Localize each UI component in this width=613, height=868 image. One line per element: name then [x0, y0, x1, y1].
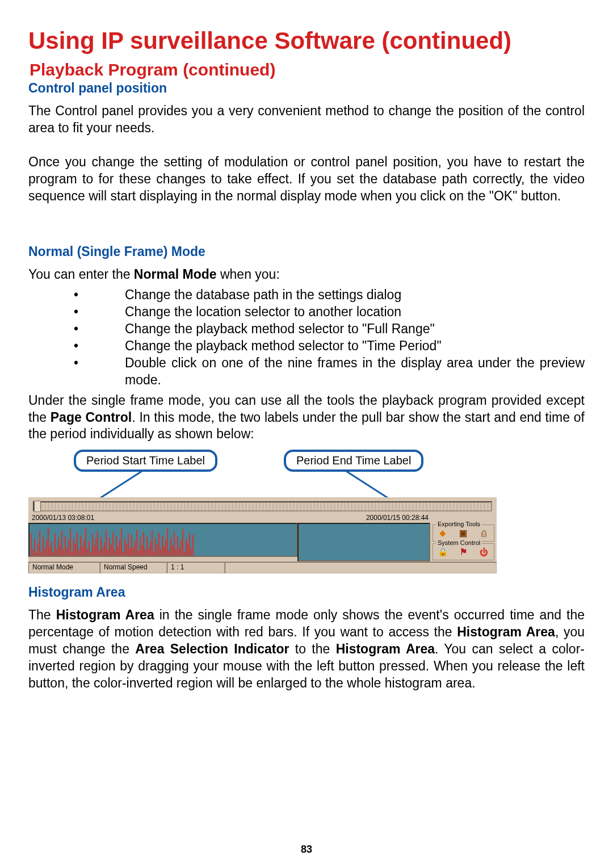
secondary-display	[297, 523, 430, 561]
list-item: Change the location selector to another …	[28, 304, 585, 321]
section-control-panel-position: Control panel position	[28, 81, 585, 96]
camera-icon[interactable]: ▣	[457, 527, 469, 539]
document-page: Using IP surveillance Software (continue…	[0, 0, 613, 868]
printer-icon[interactable]: ⎙	[477, 527, 490, 539]
list-item: Double click on one of the nine frames i…	[28, 355, 585, 389]
period-start-time-label: 2000/01/13 03:08:01	[32, 514, 94, 522]
export-snapshot-icon[interactable]: ◆	[436, 527, 449, 539]
callout-diagram: Period Start Time Label Period End Time …	[28, 448, 585, 579]
paragraph: You can enter the Normal Mode when you:	[28, 266, 585, 283]
paragraph: The Histogram Area in the single frame m…	[28, 607, 585, 691]
status-ratio: 1 : 1	[167, 562, 225, 573]
period-end-time-label: 2000/01/15 00:28:44	[366, 514, 429, 522]
list-item: Change the playback method selector to "…	[28, 321, 585, 338]
list-item: Change the database path in the settings…	[28, 287, 585, 304]
tool-panel: Exporting Tools ◆ ▣ ⎙ System Control 🔒	[430, 523, 497, 561]
bullet-list: Change the database path in the settings…	[28, 287, 585, 388]
playback-bar-screenshot: 2000/01/13 03:08:01 2000/01/15 00:28:44	[28, 497, 497, 573]
page-number: 83	[0, 844, 613, 856]
seek-groove[interactable]	[33, 501, 492, 511]
list-item: Change the playback method selector to "…	[28, 338, 585, 355]
status-bar: Normal Mode Normal Speed 1 : 1	[28, 561, 497, 573]
status-mode: Normal Mode	[28, 562, 100, 573]
paragraph: The Control panel provides you a very co…	[28, 103, 585, 137]
seek-handle[interactable]	[34, 501, 41, 512]
subsection-title: Playback Program (continued)	[28, 60, 585, 79]
seek-bar-area: 2000/01/13 03:08:01 2000/01/15 00:28:44	[28, 499, 497, 523]
settings-icon[interactable]: ⚑	[457, 546, 469, 558]
paragraph: Once you change the setting of modulatio…	[28, 154, 585, 205]
paragraph: Under the single frame mode, you can use…	[28, 392, 585, 443]
section-normal-mode: Normal (Single Frame) Mode	[28, 244, 585, 259]
section-histogram-area: Histogram Area	[28, 585, 585, 600]
histogram-area[interactable]	[28, 523, 297, 557]
page-title: Using IP surveillance Software (continue…	[28, 27, 585, 54]
lock-icon[interactable]: 🔒	[436, 546, 449, 558]
power-icon[interactable]: ⏻	[477, 546, 490, 558]
status-speed: Normal Speed	[100, 562, 167, 573]
status-empty	[225, 562, 497, 573]
histogram-bars	[30, 524, 296, 556]
